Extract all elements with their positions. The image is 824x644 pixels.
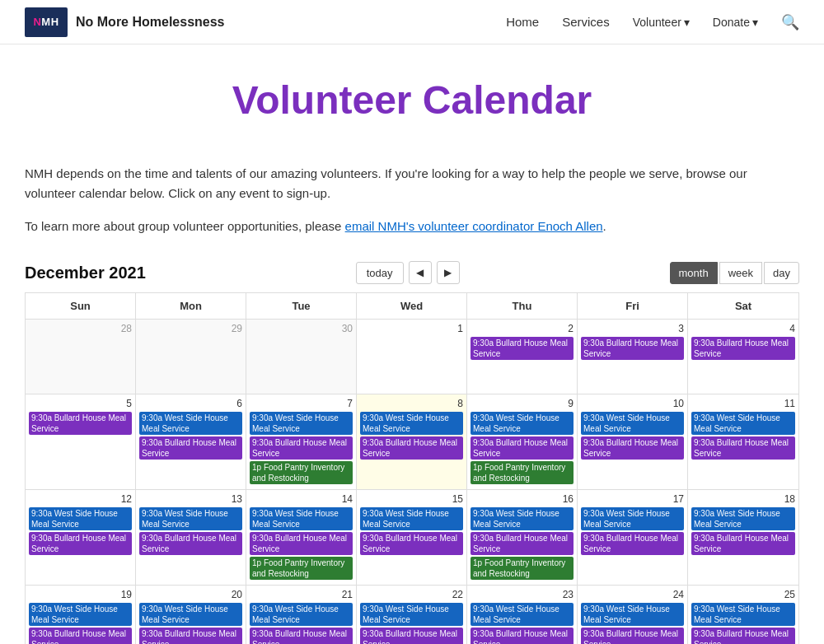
header-thu: Thu [467,293,578,319]
event-dec23-westside[interactable]: 9:30a West Side House Meal Service [471,603,574,626]
month-view-button[interactable]: month [670,262,718,284]
cal-day-dec16: 16 9:30a West Side House Meal Service 9:… [467,490,578,585]
calendar-header-row: Sun Mon Tue Wed Thu Fri Sat [26,293,798,320]
next-button[interactable]: ▶ [437,261,460,284]
cal-day-dec8: 8 9:30a West Side House Meal Service 9:3… [357,394,467,489]
cal-day-dec3: 3 9:30a Bullard House Meal Service [578,320,688,394]
intro-paragraph-1: NMH depends on the time and talents of o… [25,164,799,203]
event-dec7-westside[interactable]: 9:30a West Side House Meal Service [250,412,353,435]
cal-day-nov28: 28 [26,320,136,394]
cal-day-dec7: 7 9:30a West Side House Meal Service 9:3… [246,394,357,489]
event-dec10-westside[interactable]: 9:30a West Side House Meal Service [581,412,684,435]
event-dec14-westside[interactable]: 9:30a West Side House Meal Service [250,507,353,530]
event-dec24-westside[interactable]: 9:30a West Side House Meal Service [581,603,684,626]
intro-paragraph-2: To learn more about group volunteer oppo… [25,217,799,236]
event-dec9-foodpantry[interactable]: 1p Food Pantry Inventory and Restocking [471,461,574,484]
event-dec5-bullard[interactable]: 9:30a Bullard House Meal Service [29,412,132,435]
event-dec22-westside[interactable]: 9:30a West Side House Meal Service [360,603,463,626]
page-title: Volunteer Calendar [25,77,799,123]
nav-donate[interactable]: Donate ▾ [713,16,758,29]
chevron-down-icon: ▾ [684,16,690,29]
event-dec14-foodpantry[interactable]: 1p Food Pantry Inventory and Restocking [250,557,353,580]
cal-day-dec4: 4 9:30a Bullard House Meal Service [688,320,798,394]
chevron-down-icon: ▾ [752,16,758,29]
event-dec2-bullard[interactable]: 9:30a Bullard House Meal Service [471,337,574,360]
today-button[interactable]: today [356,262,404,284]
event-dec7-foodpantry[interactable]: 1p Food Pantry Inventory and Restocking [250,461,353,484]
event-dec19-bullard[interactable]: 9:30a Bullard House Meal Service [29,628,132,644]
event-dec20-westside[interactable]: 9:30a West Side House Meal Service [139,603,242,626]
cal-day-dec24: 24 9:30a West Side House Meal Service 9:… [578,586,688,644]
cal-day-dec11: 11 9:30a West Side House Meal Service 9:… [688,394,798,489]
event-dec18-bullard[interactable]: 9:30a Bullard House Meal Service [691,532,795,555]
cal-day-dec12: 12 9:30a West Side House Meal Service 9:… [26,490,136,585]
event-dec24-bullard[interactable]: 9:30a Bullard House Meal Service [581,628,684,644]
event-dec11-westside[interactable]: 9:30a West Side House Meal Service [691,412,795,435]
prev-button[interactable]: ◀ [409,261,432,284]
view-toggle: month week day [670,262,799,284]
event-dec16-foodpantry[interactable]: 1p Food Pantry Inventory and Restocking [471,557,574,580]
event-dec16-bullard[interactable]: 9:30a Bullard House Meal Service [471,532,574,555]
cal-day-dec21: 21 9:30a West Side House Meal Service 9:… [246,586,357,644]
nav-volunteer[interactable]: Volunteer ▾ [633,16,690,29]
site-header: NMH No More Homelessness Home Services V… [0,0,824,44]
header-sun: Sun [26,293,136,319]
event-dec19-westside[interactable]: 9:30a West Side House Meal Service [29,603,132,626]
event-dec22-bullard[interactable]: 9:30a Bullard House Meal Service [360,628,463,644]
cal-day-nov30: 30 [246,320,357,394]
calendar-grid: Sun Mon Tue Wed Thu Fri Sat 28 29 30 1 2… [25,292,799,644]
event-dec13-westside[interactable]: 9:30a West Side House Meal Service [139,507,242,530]
event-dec18-westside[interactable]: 9:30a West Side House Meal Service [691,507,795,530]
cal-day-dec18: 18 9:30a West Side House Meal Service 9:… [688,490,798,585]
cal-day-dec13: 13 9:30a West Side House Meal Service 9:… [136,490,246,585]
event-dec7-bullard[interactable]: 9:30a Bullard House Meal Service [250,436,353,460]
volunteer-coordinator-link[interactable]: email NMH's volunteer coordinator Enoch … [345,219,603,233]
event-dec9-bullard[interactable]: 9:30a Bullard House Meal Service [471,436,574,460]
cal-day-dec22: 22 9:30a West Side House Meal Service 9:… [357,586,467,644]
week-view-button[interactable]: week [719,262,762,284]
search-icon[interactable]: 🔍 [781,13,799,31]
header-fri: Fri [578,293,688,319]
calendar-toolbar: December 2021 today ◀ ▶ month week day [25,261,799,284]
toolbar-center: today ◀ ▶ [356,261,460,284]
event-dec12-bullard[interactable]: 9:30a Bullard House Meal Service [29,532,132,555]
cal-day-dec14: 14 9:30a West Side House Meal Service 9:… [246,490,357,585]
event-dec9-westside[interactable]: 9:30a West Side House Meal Service [471,412,574,435]
event-dec6-westside[interactable]: 9:30a West Side House Meal Service [139,412,242,435]
logo-text: NMH [33,16,59,28]
calendar-month-title: December 2021 [25,264,146,282]
event-dec25-bullard[interactable]: 9:30a Bullard House Meal Service [691,628,795,644]
event-dec17-bullard[interactable]: 9:30a Bullard House Meal Service [581,532,684,555]
cal-day-dec9: 9 9:30a West Side House Meal Service 9:3… [467,394,578,489]
logo-area: NMH No More Homelessness [25,7,225,37]
event-dec12-westside[interactable]: 9:30a West Side House Meal Service [29,507,132,530]
event-dec15-westside[interactable]: 9:30a West Side House Meal Service [360,507,463,530]
day-view-button[interactable]: day [764,262,799,284]
week-row-1: 28 29 30 1 2 9:30a Bullard House Meal Se… [26,320,798,394]
main-content: Volunteer Calendar NMH depends on the ti… [8,44,816,644]
event-dec10-bullard[interactable]: 9:30a Bullard House Meal Service [581,436,684,460]
event-dec25-westside[interactable]: 9:30a West Side House Meal Service [691,603,795,626]
event-dec14-bullard[interactable]: 9:30a Bullard House Meal Service [250,532,353,555]
cal-day-dec10: 10 9:30a West Side House Meal Service 9:… [578,394,688,489]
event-dec11-bullard[interactable]: 9:30a Bullard House Meal Service [691,436,795,460]
event-dec13-bullard[interactable]: 9:30a Bullard House Meal Service [139,532,242,555]
event-dec8-bullard[interactable]: 9:30a Bullard House Meal Service [360,436,463,460]
event-dec21-bullard[interactable]: 9:30a Bullard House Meal Service [250,628,353,644]
cal-day-dec1: 1 [357,320,467,394]
nav-home[interactable]: Home [506,15,539,29]
event-dec4-bullard[interactable]: 9:30a Bullard House Meal Service [691,337,795,360]
event-dec8-westside[interactable]: 9:30a West Side House Meal Service [360,412,463,435]
event-dec17-westside[interactable]: 9:30a West Side House Meal Service [581,507,684,530]
cal-day-dec25: 25 9:30a West Side House Meal Service 9:… [688,586,798,644]
event-dec6-bullard[interactable]: 9:30a Bullard House Meal Service [139,436,242,460]
event-dec16-westside[interactable]: 9:30a West Side House Meal Service [471,507,574,530]
header-mon: Mon [136,293,246,319]
cal-day-dec15: 15 9:30a West Side House Meal Service 9:… [357,490,467,585]
event-dec23-bullard[interactable]: 9:30a Bullard House Meal Service [471,628,574,644]
event-dec20-bullard[interactable]: 9:30a Bullard House Meal Service [139,628,242,644]
event-dec15-bullard[interactable]: 9:30a Bullard House Meal Service [360,532,463,555]
event-dec3-bullard[interactable]: 9:30a Bullard House Meal Service [581,337,684,360]
event-dec21-westside[interactable]: 9:30a West Side House Meal Service [250,603,353,626]
nav-services[interactable]: Services [562,15,610,29]
